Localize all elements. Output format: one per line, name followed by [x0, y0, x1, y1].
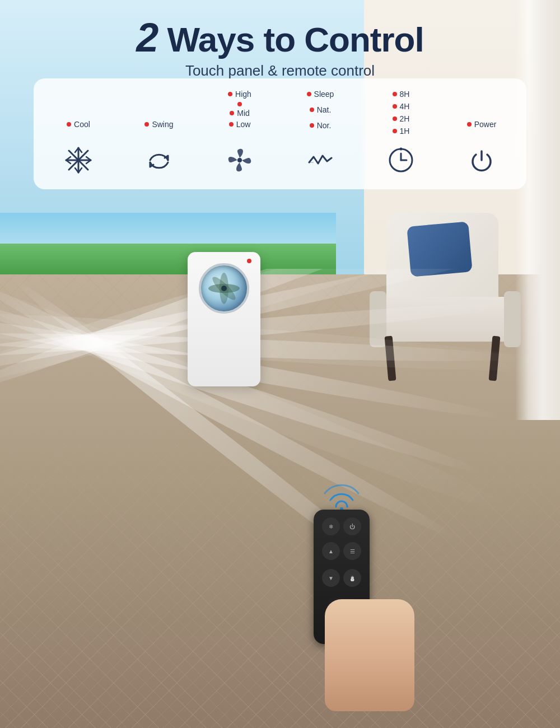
subtitle: Touch panel & remote control	[0, 62, 560, 80]
panel-labels: Cool Swing High Mid	[50, 90, 510, 136]
dot-1h	[393, 129, 397, 133]
snowflake-svg	[64, 146, 93, 175]
panel-col-mode: Sleep Nat. Nor.	[298, 90, 343, 130]
dot-high	[228, 92, 232, 96]
ac-fan-visual	[207, 272, 241, 305]
outdoor-scene	[0, 213, 336, 274]
remote-btn-4[interactable]: ☰	[343, 542, 361, 560]
remote-btn-2[interactable]: ⏻	[343, 517, 361, 535]
remote-btn-3[interactable]: ▲	[322, 542, 340, 560]
wind-rays-svg	[0, 269, 560, 549]
panel-icons	[50, 143, 510, 177]
label-1h: 1H	[393, 127, 410, 136]
label-low: Low	[229, 120, 251, 129]
power-svg	[467, 146, 496, 175]
panel-col-cool: Cool	[56, 90, 101, 129]
swing-icon[interactable]	[142, 143, 176, 177]
remote-btn-6[interactable]: ⛄	[343, 569, 361, 587]
hand	[325, 599, 414, 711]
label-power: Power	[467, 120, 497, 129]
label-high: High	[228, 90, 251, 99]
ac-body	[188, 252, 260, 386]
label-2h: 2H	[393, 114, 410, 123]
label-mid: Mid	[230, 109, 250, 118]
label-8h: 8H	[393, 90, 410, 99]
label-sleep: Sleep	[307, 90, 334, 99]
dot-nat	[310, 108, 314, 112]
label-nor: Nor.	[310, 121, 332, 130]
power-icon[interactable]	[465, 143, 498, 177]
dot-nor	[310, 123, 314, 128]
ac-fan-circle	[199, 263, 249, 314]
swing-svg	[144, 146, 174, 175]
label-4h: 4H	[393, 102, 410, 111]
clock-svg	[386, 146, 416, 175]
remote-btn-5[interactable]: ▼	[322, 569, 340, 587]
label-cool: Cool	[67, 120, 90, 129]
main-title: 2 Ways to Control	[0, 16, 560, 60]
ac-unit	[179, 252, 269, 409]
svg-point-23	[237, 158, 242, 162]
dot-8h	[393, 92, 397, 96]
outdoor-sky	[0, 213, 336, 246]
dot-mid	[230, 111, 234, 115]
panel-col-swing: Swing	[137, 90, 181, 129]
label-swing: Swing	[144, 120, 173, 129]
title-text: Ways to Control	[158, 20, 423, 59]
wave-svg	[306, 146, 335, 175]
fan-svg	[225, 146, 254, 175]
panel-col-timer: 8H 4H 2H 1H	[379, 90, 423, 136]
title-number: 2	[136, 15, 158, 60]
remote-btn-1[interactable]: ❄	[322, 517, 340, 535]
remote-control-area: ❄ ⏻ ▲ ☰ ▼ ⛄	[314, 510, 437, 711]
dot-standalone	[237, 102, 242, 106]
cool-icon[interactable]	[62, 143, 95, 177]
fan-icon[interactable]	[223, 143, 256, 177]
wifi-signal-svg	[319, 479, 364, 512]
dot-sleep	[307, 92, 311, 96]
top-section: 2 Ways to Control Touch panel & remote c…	[0, 0, 560, 80]
label-nat: Nat.	[310, 105, 332, 114]
dot-swing	[144, 122, 149, 127]
panel-col-power: Power	[459, 90, 504, 129]
dot-low	[229, 122, 234, 127]
clock-icon[interactable]	[384, 143, 418, 177]
control-panel: Cool Swing High Mid	[34, 78, 526, 189]
panel-col-fan-speed: High Mid Low	[217, 90, 262, 129]
dot-cool	[67, 122, 71, 127]
wind-effect	[0, 269, 560, 549]
wave-icon[interactable]	[304, 143, 337, 177]
dot-power	[467, 122, 472, 127]
svg-point-28	[400, 148, 403, 151]
svg-point-32	[221, 286, 227, 291]
ac-indicator	[247, 259, 251, 263]
dot-2h	[393, 116, 397, 121]
dot-4h	[393, 104, 397, 109]
